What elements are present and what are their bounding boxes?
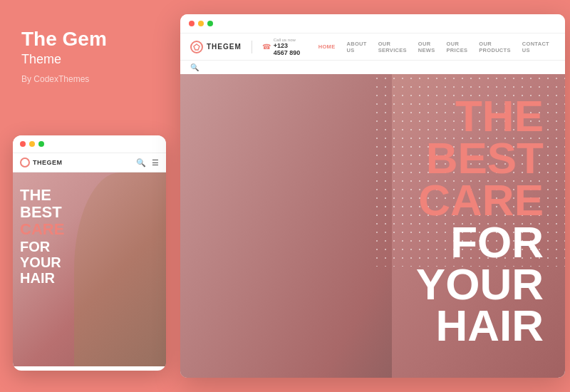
desktop-maximize-dot (207, 21, 213, 26)
mobile-navbar: THEGEM 🔍 ☰ (13, 153, 166, 172)
desktop-hero-line-3: CARE (416, 180, 544, 222)
mobile-mockup: THEGEM 🔍 ☰ THE BEST CARE FOR YOUR HAIR (13, 135, 166, 371)
nav-link-about[interactable]: ABOUT US (341, 41, 372, 53)
search-icon[interactable]: 🔍 (190, 63, 199, 71)
desktop-phone: ☎ Call us now +123 4567 890 (252, 38, 313, 56)
maximize-dot (38, 141, 44, 147)
nav-link-products[interactable]: OUR PRODUCTS (473, 41, 517, 53)
phone-icon: ☎ (262, 43, 271, 51)
mobile-hero-line-2: BEST (20, 204, 64, 221)
mobile-hero-line-5: YOUR (20, 254, 64, 270)
desktop-hero-line-1: THE (416, 96, 544, 138)
desktop-hero-line-2: BEST (416, 138, 544, 180)
search-icon[interactable]: 🔍 (136, 158, 146, 167)
mobile-nav-icons: 🔍 ☰ (136, 158, 159, 167)
desktop-minimize-dot (198, 21, 204, 26)
desktop-logo: THEGEM (190, 41, 252, 53)
desktop-hero-line-5: YOUR (416, 264, 544, 306)
nav-link-news[interactable]: OUR NEWS (413, 41, 441, 53)
desktop-hero-background: THE BEST CARE FOR YOUR HAIR (180, 74, 565, 378)
phone-text: Call us now +123 4567 890 (274, 38, 303, 56)
mobile-logo-text: THEGEM (33, 159, 63, 166)
desktop-hero: THE BEST CARE FOR YOUR HAIR (180, 74, 565, 378)
theme-subtitle: Theme (21, 52, 155, 67)
desktop-logo-text: THEGEM (207, 43, 242, 51)
mobile-hero-line-3: CARE (20, 221, 64, 238)
mobile-hero: THE BEST CARE FOR YOUR HAIR (13, 172, 166, 366)
desktop-hero-line-6: HAIR (416, 305, 544, 347)
desktop-nav-links: HOME ABOUT US OUR SERVICES OUR NEWS OUR … (313, 41, 555, 53)
mobile-logo: THEGEM (20, 158, 63, 167)
desktop-close-dot (189, 21, 195, 26)
menu-icon[interactable]: ☰ (152, 158, 159, 167)
minimize-dot (29, 141, 35, 147)
mobile-hero-bg: THE BEST CARE FOR YOUR HAIR (13, 172, 166, 366)
svg-marker-0 (194, 44, 200, 50)
desktop-logo-icon (190, 41, 203, 53)
desktop-mockup: THEGEM ☎ Call us now +123 4567 890 HOME … (180, 14, 565, 378)
phone-number: +123 4567 890 (274, 42, 303, 56)
theme-title: The Gem (21, 29, 155, 51)
mobile-person-image (74, 172, 166, 366)
nav-link-home[interactable]: HOME (313, 43, 341, 50)
nav-link-services[interactable]: OUR SERVICES (373, 41, 413, 53)
desktop-hero-text: THE BEST CARE FOR YOUR HAIR (416, 96, 544, 347)
desktop-hero-line-4: FOR (416, 222, 544, 264)
mobile-hero-line-4: FOR (20, 239, 64, 254)
nav-link-prices[interactable]: OUR PRICES (441, 41, 474, 53)
close-dot (20, 141, 26, 147)
left-panel: The Gem Theme By CodexThemes THEGEM 🔍 ☰ … (0, 0, 177, 392)
desktop-navbar: THEGEM ☎ Call us now +123 4567 890 HOME … (180, 33, 565, 61)
mobile-hero-text: THE BEST CARE FOR YOUR HAIR (20, 187, 64, 286)
mobile-hero-line-1: THE (20, 187, 64, 204)
desktop-search-row: 🔍 (180, 61, 565, 74)
nav-link-contact[interactable]: CONTACT US (517, 41, 555, 53)
mobile-hero-line-6: HAIR (20, 270, 64, 286)
theme-by: By CodexThemes (21, 74, 155, 84)
desktop-window-controls (180, 14, 565, 33)
mobile-window-controls (13, 135, 166, 153)
mobile-logo-icon (20, 158, 30, 167)
desktop-person-image (180, 74, 392, 378)
